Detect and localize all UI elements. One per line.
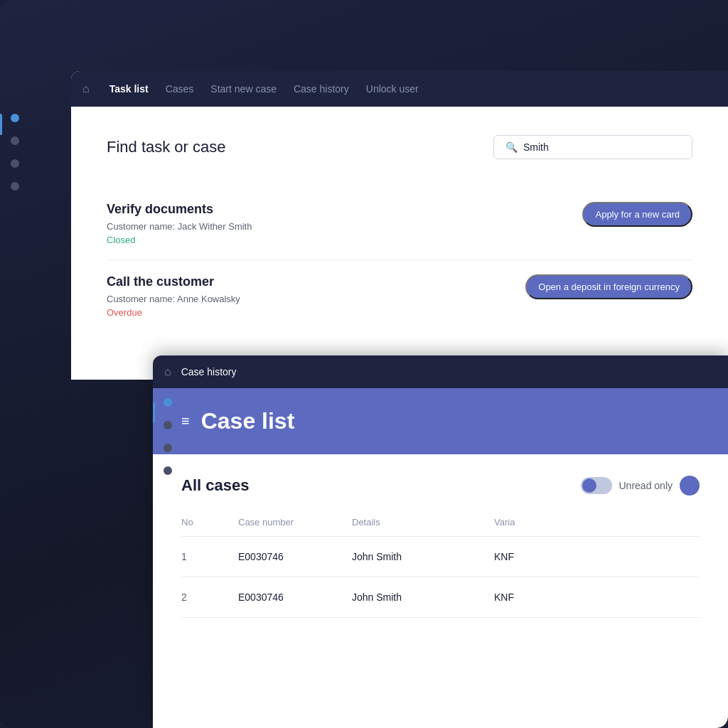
cases-table: No Case number Details Varia 1 E0030746 … — [181, 517, 700, 618]
search-input[interactable] — [523, 141, 680, 153]
cell-no-2: 2 — [181, 592, 238, 603]
all-cases-label: All cases — [181, 476, 249, 495]
cell-details-1: John Smith — [352, 551, 494, 562]
sidebar-dot-3[interactable] — [11, 159, 19, 168]
unread-toggle[interactable] — [581, 477, 612, 494]
col-header-no: No — [181, 517, 238, 528]
cell-no-1: 1 — [181, 551, 238, 562]
table-header-row: No Case number Details Varia — [181, 517, 700, 537]
sidebar2-dot-2[interactable] — [164, 421, 172, 429]
case-list-header: ≡ Case list — [153, 388, 728, 454]
search-row: Find task or case 🔍 — [107, 135, 692, 159]
unread-label: Unread only — [619, 480, 673, 491]
task-list-card: ⌂ Task list Cases Start new case Case hi… — [71, 71, 728, 380]
search-box[interactable]: 🔍 — [493, 135, 692, 159]
task-info-2: Call the customer Customer name: Anne Ko… — [107, 274, 240, 318]
nav-item-start-new-case[interactable]: Start new case — [210, 83, 277, 95]
search-icon: 🔍 — [505, 141, 518, 153]
toggle-thumb — [582, 478, 596, 493]
top-nav: ⌂ Task list Cases Start new case Case hi… — [71, 71, 728, 107]
task-item-call-customer: Call the customer Customer name: Anne Ko… — [107, 260, 692, 332]
task-title-1: Verify documents — [107, 202, 252, 217]
nav-item-task-list[interactable]: Task list — [109, 83, 149, 95]
case-list-body: All cases Unread only No Case number Det… — [153, 454, 728, 639]
case-history-nav-title: Case history — [181, 366, 237, 378]
apply-new-card-button[interactable]: Apply for a new card — [582, 202, 692, 227]
nav-item-cases[interactable]: Cases — [166, 83, 194, 95]
task-item-verify-documents: Verify documents Customer name: Jack Wit… — [107, 188, 692, 260]
sidebar-dot-1[interactable] — [11, 114, 19, 122]
sidebar2-dot-1[interactable] — [164, 398, 172, 407]
all-cases-row: All cases Unread only — [181, 476, 700, 496]
cell-case-number-1: E0030746 — [238, 551, 352, 562]
cell-details-2: John Smith — [352, 592, 494, 603]
case-history-nav: ⌂ Case history — [153, 355, 728, 388]
sidebar-dot-2[interactable] — [11, 136, 19, 145]
nav-item-case-history[interactable]: Case history — [294, 83, 349, 95]
table-row[interactable]: 2 E0030746 John Smith KNF — [181, 577, 700, 618]
col-header-varia: Varia — [494, 517, 579, 528]
task-info-1: Verify documents Customer name: Jack Wit… — [107, 202, 252, 245]
task-customer-2: Customer name: Anne Kowalsky — [107, 294, 240, 304]
case-history-home-icon[interactable]: ⌂ — [164, 365, 171, 378]
task-customer-1: Customer name: Jack Wither Smith — [107, 221, 252, 232]
cell-varia-2: KNF — [494, 592, 579, 603]
sidebar2-active-indicator — [153, 402, 155, 423]
cell-varia-1: KNF — [494, 551, 579, 562]
task-status-closed: Closed — [107, 235, 252, 245]
find-task-title: Find task or case — [107, 138, 226, 156]
sidebar-dot-4[interactable] — [11, 182, 19, 191]
open-deposit-button[interactable]: Open a deposit in foreign currency — [525, 274, 692, 299]
sidebar2-dot-3[interactable] — [164, 444, 172, 452]
task-title-2: Call the customer — [107, 274, 240, 289]
home-icon[interactable]: ⌂ — [82, 82, 90, 95]
table-row[interactable]: 1 E0030746 John Smith KNF — [181, 537, 700, 577]
unread-toggle-row: Unread only — [581, 476, 700, 496]
case-history-card: ⌂ Case history ≡ Case list All cases Unr… — [153, 355, 728, 728]
col-header-details: Details — [352, 517, 494, 528]
nav-item-unlock-user[interactable]: Unlock user — [366, 83, 419, 95]
cell-case-number-2: E0030746 — [238, 592, 352, 603]
sidebar2-dot-4[interactable] — [164, 466, 172, 475]
sidebar2-nav — [153, 391, 183, 475]
app-background: ⌂ Task list Cases Start new case Case hi… — [0, 0, 728, 728]
col-header-case-number: Case number — [238, 517, 352, 528]
user-avatar[interactable] — [680, 476, 700, 496]
task-content-area: Find task or case 🔍 Verify documents Cus… — [71, 107, 728, 353]
sidebar-nav — [0, 100, 30, 191]
task-status-overdue: Overdue — [107, 307, 240, 318]
case-list-title: Case list — [201, 408, 295, 434]
